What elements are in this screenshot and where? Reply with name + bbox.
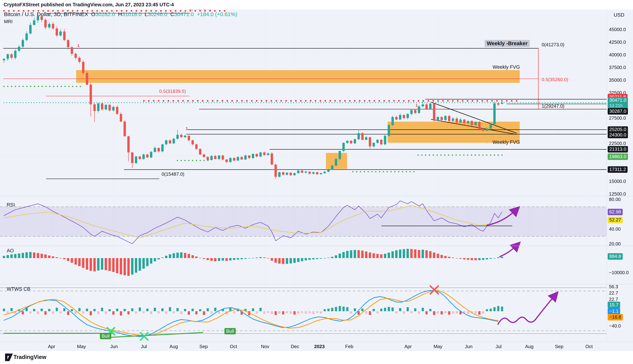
wtws-tick: 56.3 xyxy=(609,284,618,290)
time-axis-label: Nov xyxy=(261,344,269,349)
time-axis-label: Feb xyxy=(345,344,353,349)
bull-signal-label-1: Bull xyxy=(100,333,111,339)
price-tick: 37500.0 xyxy=(609,65,626,70)
fib-label-05-35260[interactable]: 0.5(35260.0) xyxy=(542,77,568,82)
published-line: CryptoFXStreet published on TradingView.… xyxy=(4,2,174,8)
symbol-legend[interactable]: Bitcoin / U.S. Dollar, 3D, BITFINEX O302… xyxy=(4,11,237,17)
high-label: H xyxy=(118,11,122,17)
time-axis-label: Sep xyxy=(555,344,563,349)
time-axis-label: Aug xyxy=(525,344,533,349)
mri-one-mark: 1 xyxy=(186,126,188,131)
footer: TradingView xyxy=(0,351,633,364)
time-axis[interactable]: AprMayJunJulAugSepOctNovDec2023FebAprMay… xyxy=(0,342,633,351)
wtws-badge: −1.1 xyxy=(608,308,620,314)
currency-label: USD xyxy=(614,12,624,18)
wtws-tick: 22.7 xyxy=(609,296,618,302)
indicator-label-ao[interactable]: AO xyxy=(7,248,14,254)
close-label: C xyxy=(170,11,174,17)
symbol-title: Bitcoin / U.S. Dollar, 3D, BITFINEX xyxy=(4,11,88,17)
time-axis-label: Jun xyxy=(110,344,118,349)
price-tick: 22500.0 xyxy=(609,140,626,146)
open-value: 30282.0 xyxy=(95,11,115,17)
rsi-band xyxy=(0,207,606,236)
low-value: 30246.0 xyxy=(148,11,167,17)
fib-label-05-31839[interactable]: 0.5(31839.5) xyxy=(159,88,186,94)
open-label: O xyxy=(91,11,95,17)
time-axis-label: Jun xyxy=(465,344,473,349)
time-axis-label: Apr xyxy=(48,344,55,349)
time-axis-label: Dec xyxy=(291,344,299,349)
indicator-label-mri[interactable]: MRI xyxy=(4,19,13,24)
price-tick: 35000.0 xyxy=(609,77,626,83)
tradingview-logo-icon xyxy=(5,353,13,362)
price-tick: 27500.0 xyxy=(609,115,626,121)
change-value: +184.0 (+0.61%) xyxy=(197,11,238,17)
fib-label-0-15487[interactable]: 0(15487.0) xyxy=(162,171,184,177)
weekly-fvg-label-bottom[interactable]: Weekly FVG xyxy=(493,140,520,145)
weekly-fvg-box-top xyxy=(76,70,520,83)
wtws-tick: 22.7 xyxy=(609,290,618,296)
rsi-badge: 62.98 xyxy=(608,209,623,215)
price-axis[interactable]: USD 45000.042500.040000.037500.035000.03… xyxy=(606,10,633,351)
rsi-tick: 80.00 xyxy=(609,197,621,202)
weekly-breaker-label[interactable]: Weekly -Breaker xyxy=(485,40,530,47)
ao-badge: 884.8 xyxy=(608,253,623,260)
price-tick: 45000.0 xyxy=(609,27,626,32)
time-axis-label: May xyxy=(77,344,86,349)
rsi-tick: 40.00 xyxy=(609,226,621,232)
rsi-badge: 52.27 xyxy=(608,217,623,223)
time-axis-label: Apr xyxy=(404,344,412,349)
indicator-label-rsi[interactable]: RSI xyxy=(7,202,15,208)
weekly-fvg-label-top[interactable]: Weekly FVG xyxy=(493,64,520,70)
time-axis-label: Sep xyxy=(199,344,208,349)
attribution-header: CryptoFXStreet published on TradingView.… xyxy=(0,0,633,10)
fib-label-0-41273[interactable]: 0(41273.0) xyxy=(542,42,564,48)
rsi-tick: 20.00 xyxy=(609,241,621,247)
ao-tick: −10000.0 xyxy=(609,270,629,276)
price-tick: 40000.0 xyxy=(609,52,626,58)
price-tick: 12500.0 xyxy=(609,191,626,197)
time-axis-label: Oct xyxy=(230,344,237,349)
tradingview-chart-screenshot: CryptoFXStreet published on TradingView.… xyxy=(0,0,633,364)
price-badge: 30471.01d 21h xyxy=(608,97,628,108)
price-tick: 15000.0 xyxy=(609,178,626,184)
wtws-badge: 15.7 xyxy=(608,302,620,308)
wtws-badge: −16.8 xyxy=(608,314,623,320)
close-value: 30471.0 xyxy=(174,11,194,17)
price-tick: 42500.0 xyxy=(609,40,626,45)
price-badge: 21313.0 xyxy=(608,146,628,152)
time-axis-label: Jul xyxy=(141,344,147,349)
bull-signal-label-2: Bull xyxy=(225,328,236,334)
time-axis-label: 2023 xyxy=(314,344,325,349)
mri-one-mark: 1 xyxy=(415,103,418,108)
time-axis-label: Oct xyxy=(585,344,593,349)
time-axis-label: Jul xyxy=(496,344,501,349)
tradingview-brand[interactable]: TradingView xyxy=(14,354,46,360)
price-badge: 17311.2 xyxy=(608,166,627,173)
high-value: 31018.0 xyxy=(122,11,141,17)
mri-one-mark: 1 xyxy=(77,44,79,48)
price-badge: 24300.0 xyxy=(608,132,628,138)
price-badge: 19863.0 xyxy=(608,154,628,160)
price-badge: 30287.0 xyxy=(608,108,628,114)
countdown-timer: 1d 21h xyxy=(609,103,626,108)
wtws-tick: −40.0 xyxy=(609,323,621,329)
chart-background xyxy=(0,10,633,351)
time-axis-label: May xyxy=(434,344,442,349)
indicator-label-wtws[interactable]: WTWS CB xyxy=(7,286,30,292)
low-label: L xyxy=(145,11,148,17)
chart-canvas[interactable] xyxy=(0,0,633,364)
fib-label-1-29247[interactable]: 1(29247.0) xyxy=(542,104,564,109)
time-axis-label: Aug xyxy=(169,344,178,349)
